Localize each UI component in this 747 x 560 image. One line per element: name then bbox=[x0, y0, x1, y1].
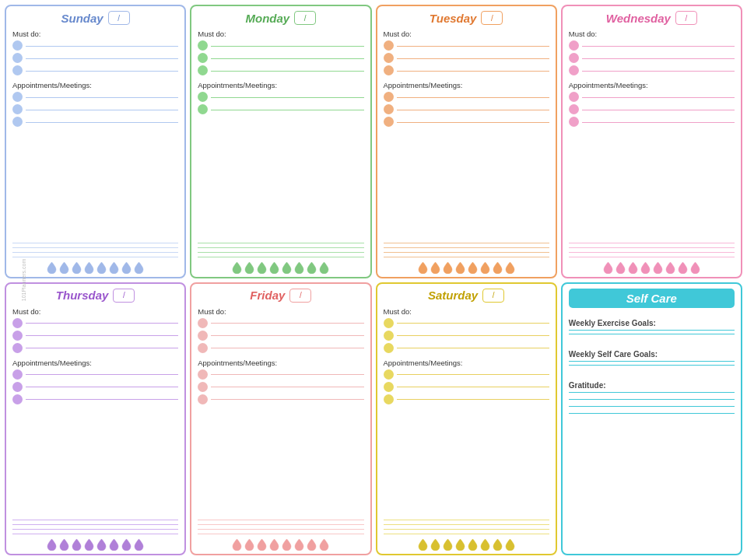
wednesday-bullet-line[interactable] bbox=[582, 58, 735, 59]
water-drop-icon[interactable] bbox=[59, 261, 69, 274]
water-drop-icon[interactable] bbox=[96, 261, 107, 274]
wednesday-notes-line[interactable] bbox=[569, 247, 735, 248]
water-drop-icon[interactable] bbox=[72, 261, 82, 274]
wednesday-appt-line[interactable] bbox=[582, 97, 735, 98]
wednesday-notes-line[interactable] bbox=[569, 257, 735, 257]
water-drop-icon[interactable] bbox=[493, 261, 503, 274]
friday-appt-line[interactable] bbox=[211, 387, 363, 387]
water-drop-icon[interactable] bbox=[244, 538, 254, 551]
water-drop-icon[interactable] bbox=[257, 261, 267, 274]
gratitude-line[interactable] bbox=[569, 399, 735, 400]
saturday-notes-line[interactable] bbox=[384, 529, 549, 530]
selfcare-goals-line[interactable] bbox=[569, 361, 735, 362]
water-drop-icon[interactable] bbox=[603, 261, 613, 274]
saturday-notes-line[interactable] bbox=[384, 524, 549, 525]
water-drop-icon[interactable] bbox=[134, 538, 144, 551]
thursday-bullet-line[interactable] bbox=[26, 323, 178, 324]
exercise-goals-line[interactable] bbox=[569, 330, 735, 331]
tuesday-date-box[interactable]: / bbox=[481, 11, 503, 25]
water-drop-icon[interactable] bbox=[443, 261, 453, 274]
thursday-appt-line[interactable] bbox=[26, 374, 178, 375]
water-drop-icon[interactable] bbox=[615, 261, 626, 274]
sunday-bullet-line[interactable] bbox=[26, 58, 178, 59]
monday-appt-line[interactable] bbox=[211, 110, 363, 110]
water-drop-icon[interactable] bbox=[232, 538, 242, 551]
thursday-notes-line[interactable] bbox=[12, 520, 178, 520]
sunday-appt-line[interactable] bbox=[26, 122, 178, 123]
tuesday-notes-line[interactable] bbox=[384, 252, 549, 253]
monday-bullet-line[interactable] bbox=[211, 58, 363, 59]
thursday-notes-line[interactable] bbox=[12, 534, 178, 534]
water-drop-icon[interactable] bbox=[418, 538, 428, 551]
selfcare-goals-line[interactable] bbox=[569, 365, 735, 366]
wednesday-appt-line[interactable] bbox=[582, 110, 735, 110]
friday-notes-line[interactable] bbox=[198, 529, 363, 530]
sunday-bullet-line[interactable] bbox=[26, 71, 178, 72]
water-drop-icon[interactable] bbox=[244, 261, 254, 274]
water-drop-icon[interactable] bbox=[678, 261, 688, 274]
water-drop-icon[interactable] bbox=[47, 538, 57, 551]
sunday-notes-line[interactable] bbox=[12, 252, 178, 253]
water-drop-icon[interactable] bbox=[109, 538, 119, 551]
water-drop-icon[interactable] bbox=[430, 261, 440, 274]
thursday-bullet-line[interactable] bbox=[26, 335, 178, 336]
water-drop-icon[interactable] bbox=[84, 261, 94, 274]
tuesday-bullet-line[interactable] bbox=[397, 71, 549, 72]
thursday-bullet-line[interactable] bbox=[26, 348, 178, 348]
monday-notes-line[interactable] bbox=[198, 243, 363, 243]
gratitude-line[interactable] bbox=[569, 392, 735, 393]
sunday-date-box[interactable]: / bbox=[108, 11, 130, 25]
water-drop-icon[interactable] bbox=[282, 538, 292, 551]
friday-bullet-line[interactable] bbox=[211, 348, 363, 348]
saturday-appt-line[interactable] bbox=[397, 399, 549, 400]
water-drop-icon[interactable] bbox=[109, 261, 119, 274]
water-drop-icon[interactable] bbox=[96, 538, 107, 551]
friday-notes-line[interactable] bbox=[198, 520, 363, 520]
monday-notes-line[interactable] bbox=[198, 257, 363, 257]
monday-notes-line[interactable] bbox=[198, 252, 363, 253]
water-drop-icon[interactable] bbox=[294, 261, 304, 274]
water-drop-icon[interactable] bbox=[468, 538, 478, 551]
friday-date-box[interactable]: / bbox=[289, 289, 311, 303]
thursday-date-box[interactable]: / bbox=[113, 289, 135, 303]
wednesday-notes-line[interactable] bbox=[569, 252, 735, 253]
wednesday-notes-line[interactable] bbox=[569, 243, 735, 243]
water-drop-icon[interactable] bbox=[47, 261, 57, 274]
water-drop-icon[interactable] bbox=[505, 538, 515, 551]
wednesday-appt-line[interactable] bbox=[582, 122, 735, 123]
water-drop-icon[interactable] bbox=[443, 538, 453, 551]
water-drop-icon[interactable] bbox=[505, 261, 515, 274]
tuesday-appt-line[interactable] bbox=[397, 110, 549, 110]
water-drop-icon[interactable] bbox=[319, 261, 329, 274]
friday-appt-line[interactable] bbox=[211, 399, 363, 400]
tuesday-appt-line[interactable] bbox=[397, 122, 549, 123]
saturday-bullet-line[interactable] bbox=[397, 348, 549, 348]
water-drop-icon[interactable] bbox=[121, 538, 132, 551]
water-drop-icon[interactable] bbox=[257, 538, 267, 551]
saturday-notes-line[interactable] bbox=[384, 520, 549, 520]
water-drop-icon[interactable] bbox=[653, 261, 663, 274]
sunday-notes-line[interactable] bbox=[12, 257, 178, 257]
thursday-notes-line[interactable] bbox=[12, 524, 178, 525]
water-drop-icon[interactable] bbox=[232, 261, 242, 274]
saturday-bullet-line[interactable] bbox=[397, 335, 549, 336]
water-drop-icon[interactable] bbox=[665, 261, 675, 274]
tuesday-bullet-line[interactable] bbox=[397, 58, 549, 59]
saturday-bullet-line[interactable] bbox=[397, 323, 549, 324]
wednesday-bullet-line[interactable] bbox=[582, 71, 735, 72]
friday-notes-line[interactable] bbox=[198, 534, 363, 534]
sunday-appt-line[interactable] bbox=[26, 110, 178, 110]
water-drop-icon[interactable] bbox=[307, 538, 317, 551]
water-drop-icon[interactable] bbox=[493, 538, 503, 551]
water-drop-icon[interactable] bbox=[455, 261, 465, 274]
water-drop-icon[interactable] bbox=[269, 538, 279, 551]
tuesday-appt-line[interactable] bbox=[397, 97, 549, 98]
gratitude-line[interactable] bbox=[569, 413, 735, 414]
water-drop-icon[interactable] bbox=[72, 538, 82, 551]
saturday-appt-line[interactable] bbox=[397, 374, 549, 375]
sunday-appt-line[interactable] bbox=[26, 97, 178, 98]
friday-appt-line[interactable] bbox=[211, 374, 363, 375]
friday-bullet-line[interactable] bbox=[211, 323, 363, 324]
thursday-appt-line[interactable] bbox=[26, 387, 178, 387]
water-drop-icon[interactable] bbox=[690, 261, 700, 274]
